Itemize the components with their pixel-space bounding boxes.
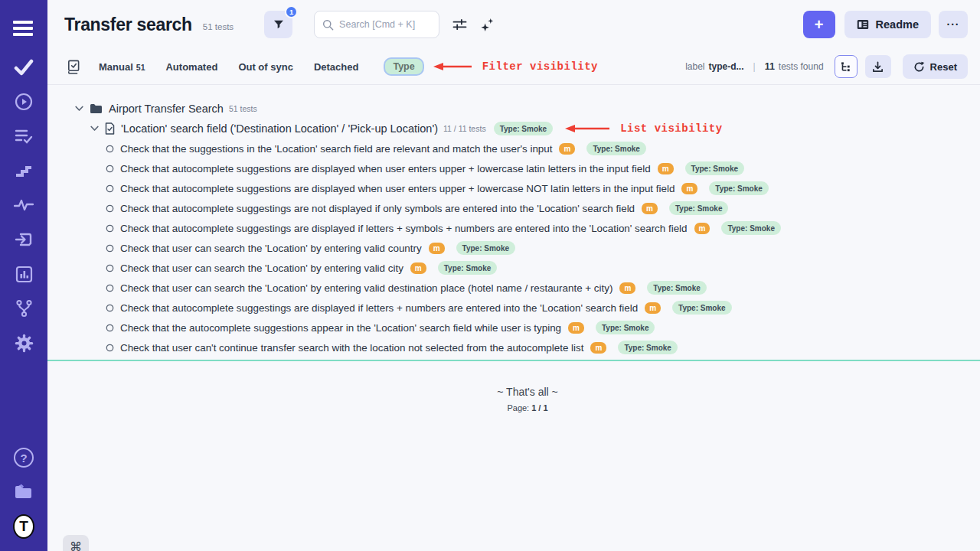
type-filter-chip[interactable]: Type [384,57,423,76]
test-title[interactable]: Check that user can search the 'Location… [120,262,403,274]
test-circle-icon [106,304,114,312]
test-title[interactable]: Check that user can search the 'Location… [120,243,422,254]
pagination: Page:1 / 1 [75,403,980,412]
sidebar-item-branches[interactable] [13,298,34,319]
suite-row[interactable]: 'Location' search field ('Destination Lo… [90,119,980,139]
test-row[interactable]: Check that user can't continue transfer … [106,337,980,357]
test-row[interactable]: Check that the autocomplete suggestions … [106,318,980,337]
sidebar-item-settings[interactable] [13,332,34,354]
folder-icon [90,103,103,114]
test-title[interactable]: Check that autocomplete suggestings are … [120,223,688,234]
test-title[interactable]: Check that autocomplete suggestings are … [120,302,638,314]
red-arrow-left-icon [433,62,473,71]
type-smoke-badge: Type: Smoke [721,221,781,235]
hamburger-menu-icon[interactable] [13,15,34,41]
type-smoke-badge: Type: Smoke [709,181,769,195]
sidebar-item-projects[interactable] [13,481,34,503]
page-value: 1 / 1 [531,403,547,412]
manual-marker-badge: m [694,223,710,234]
test-circle-icon [106,244,114,253]
tab-automated[interactable]: Automated [165,61,217,73]
select-all-button[interactable] [66,60,80,74]
projects-folder-icon [14,484,34,500]
found-suffix: tests found [779,61,824,72]
search-icon [322,19,334,31]
folder-name[interactable]: Airport Transfer Search [109,103,224,115]
view-settings-button[interactable] [452,18,467,31]
main-content: Transfer search 51 tests 1 + Readme ··· … [47,0,980,551]
test-title[interactable]: Check that autocomplete suggestions are … [120,163,651,174]
test-circle-icon [106,324,114,332]
sidebar-item-plans[interactable] [13,126,34,147]
ai-assist-button[interactable] [480,18,495,32]
test-list: Check that the suggestions in the 'Locat… [75,139,980,357]
test-row[interactable]: Check that autocomplete suggestings are … [106,218,980,238]
suite-name[interactable]: 'Location' search field ('Destination Lo… [121,122,438,135]
type-smoke-badge: Type: Smoke [672,301,732,315]
document-icon [105,122,115,135]
test-title[interactable]: Check that the autocomplete suggestions … [120,322,561,334]
pulse-icon [14,198,34,212]
test-row[interactable]: Check that autocomplete suggestions are … [106,158,980,178]
test-title[interactable]: Check that autocomplete suggestings are … [120,203,635,214]
manual-marker-badge: m [429,243,445,254]
test-title[interactable]: Check that autocomplete suggestions are … [120,183,675,194]
manual-marker-badge: m [410,262,426,274]
manual-marker-badge: m [681,183,697,194]
chevron-down-icon[interactable] [90,126,99,132]
test-row[interactable]: Check that user can search the 'Location… [106,278,980,298]
test-row[interactable]: Check that user can search the 'Location… [106,238,980,258]
sidebar-item-tests[interactable] [13,57,34,78]
test-circle-icon [106,165,114,173]
reset-button[interactable]: Reset [903,54,968,79]
sidebar-item-help[interactable]: ? [13,447,34,468]
sidebar-item-pulse[interactable] [13,194,34,216]
test-row[interactable]: Check that user can search the 'Location… [106,258,980,278]
filter-button[interactable]: 1 [264,11,292,38]
test-row[interactable]: Check that autocomplete suggestions are … [106,178,980,198]
chevron-down-icon[interactable] [75,106,83,112]
list-footer: ~ That's all ~ Page:1 / 1 [75,386,980,412]
tab-manual[interactable]: Manual51 [99,61,145,73]
test-tree: Airport Transfer Search 51 tests 'Locati… [47,85,980,412]
sidebar-item-steps[interactable] [13,160,34,181]
add-test-button[interactable]: + [803,11,835,38]
type-smoke-badge: Type: Smoke [456,241,516,255]
tab-detached[interactable]: Detached [314,61,359,73]
suite-meta: 11 / 11 tests [443,124,486,133]
test-title[interactable]: Check that user can search the 'Location… [120,282,612,294]
test-row[interactable]: Check that the suggestions in the 'Locat… [106,139,980,158]
command-key-button[interactable]: ⌘ [63,535,89,551]
test-title[interactable]: Check that user can't continue transfer … [120,342,583,354]
tab-out-of-sync[interactable]: Out of sync [238,61,293,73]
readme-button[interactable]: Readme [844,11,931,38]
search-box[interactable] [314,11,439,38]
manual-marker-badge: m [645,302,661,314]
manual-marker-badge: m [619,282,635,294]
branch-icon [15,299,33,318]
sidebar-item-runs[interactable] [13,91,34,112]
download-button[interactable] [865,55,891,78]
sparkles-icon [480,18,495,32]
filter-count-badge: 1 [285,5,298,18]
more-options-button[interactable]: ··· [939,11,968,38]
type-smoke-badge: Type: Smoke [596,321,655,334]
label-value: type-d... [709,61,744,72]
ellipsis-icon: ··· [947,18,960,31]
sidebar: ? T [0,0,47,551]
test-circle-icon [106,184,114,193]
sidebar-item-import[interactable] [13,229,34,250]
page-header: Transfer search 51 tests 1 + Readme ··· [47,0,980,49]
test-row[interactable]: Check that autocomplete suggestings are … [106,198,980,218]
test-circle-icon [106,264,114,272]
test-row[interactable]: Check that autocomplete suggestings are … [106,298,980,318]
sidebar-item-logo[interactable]: T [13,516,34,537]
tree-view-toggle-button[interactable] [835,55,858,78]
search-input[interactable] [339,19,431,30]
readme-label: Readme [876,18,919,31]
manual-marker-badge: m [568,322,584,334]
test-title[interactable]: Check that the suggestions in the 'Locat… [120,143,552,155]
list-visibility-annotation: List visibility [620,122,723,135]
sidebar-item-reports[interactable] [13,263,34,285]
folder-row[interactable]: Airport Transfer Search 51 tests [75,99,980,119]
